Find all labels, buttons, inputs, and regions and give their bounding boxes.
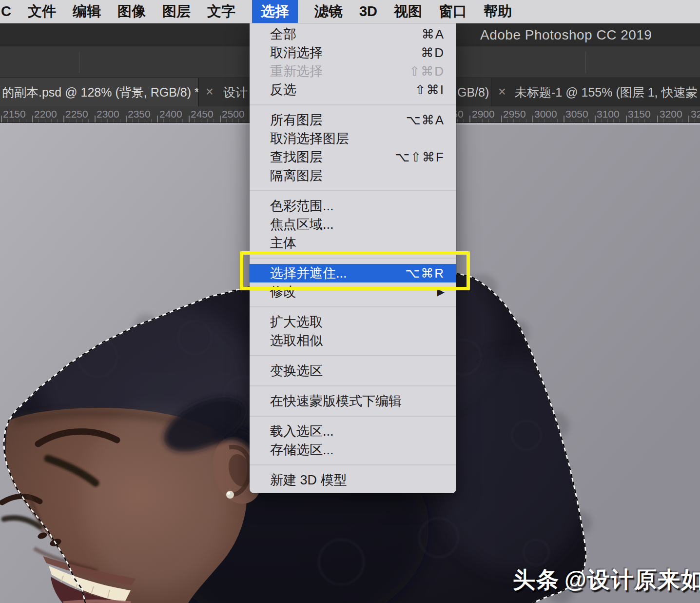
tab-title-right: GB/8)	[457, 78, 489, 106]
menubar-item[interactable]: 窗口	[439, 0, 467, 23]
ruler-mark-label: 2950	[503, 108, 526, 120]
ruler-mark-label: 3150	[628, 108, 651, 120]
ruler-mark-label: 2350	[128, 108, 151, 120]
menu-item[interactable]: 在快速蒙版模式下编辑	[250, 392, 456, 410]
tab-close-icon[interactable]: ×	[498, 78, 506, 106]
menu-item[interactable]	[250, 190, 456, 191]
tab-document-3[interactable]: × 未标题-1 @ 155% (图层 1, 快速蒙	[491, 78, 700, 106]
menu-item[interactable]: 取消选择 ⌘D	[250, 43, 456, 62]
menu-item[interactable]	[250, 104, 456, 105]
annotation-highlight-box	[240, 251, 470, 290]
ruler-mark-label: 2150	[3, 108, 26, 120]
menubar-item[interactable]: 视图	[394, 0, 422, 23]
tab-title: 设计	[223, 78, 248, 106]
menubar-item[interactable]: 编辑	[73, 0, 101, 23]
menubar-item[interactable]: 选择	[252, 0, 298, 23]
menubar-item[interactable]: 3D	[359, 0, 377, 23]
menubar-item[interactable]: C	[1, 0, 11, 23]
watermark-handle: @设计原来如此	[564, 567, 700, 592]
options-divider	[79, 51, 79, 73]
menu-item[interactable]: 所有图层 ⌥⌘A	[250, 111, 456, 129]
tab-title: 未标题-1 @ 155% (图层 1, 快速蒙	[515, 78, 698, 106]
menu-item[interactable]: 重新选择 ⇧⌘D	[250, 62, 456, 80]
ruler-mark-label: 2200	[34, 108, 57, 120]
menubar-item[interactable]: 文字	[207, 0, 235, 23]
menu-item[interactable]	[250, 355, 456, 356]
ruler-mark-label: 3200	[660, 108, 682, 120]
ruler-mark-label: 2500	[222, 108, 245, 120]
menu-item[interactable]: 色彩范围...	[250, 197, 456, 215]
watermark: 头条@设计原来如此	[513, 565, 700, 595]
menu-item[interactable]: 存储选区...	[250, 441, 456, 459]
tab-document-1[interactable]: 的副本.psd @ 128% (背景, RGB/8) *	[0, 78, 199, 106]
tab-close-icon[interactable]: ×	[206, 78, 214, 106]
ruler-mark-label: 2250	[65, 108, 88, 120]
menu-item[interactable]	[250, 306, 456, 307]
menu-item[interactable]: 载入选区...	[250, 422, 456, 441]
ruler-mark-label: 3100	[597, 108, 620, 120]
photoshop-window: 头条@设计原来如此 Adobe Photoshop CC 2019 羽化: 0 …	[0, 0, 700, 603]
app-title: Adobe Photoshop CC 2019	[480, 23, 652, 46]
menu-item[interactable]: 查找图层 ⌥⇧⌘F	[250, 148, 456, 166]
options-divider	[585, 51, 586, 73]
ruler-mark-label: 3050	[565, 108, 588, 120]
menu-item[interactable]	[250, 416, 456, 417]
menu-item[interactable]: 隔离图层	[250, 166, 456, 185]
watermark-badge: 头条	[513, 567, 560, 592]
ruler-mark-label: 2300	[97, 108, 119, 120]
menu-item[interactable]: 选取相似	[250, 331, 456, 350]
menu-item[interactable]: 变换选区	[250, 362, 456, 380]
menubar-item[interactable]: 滤镜	[314, 0, 343, 23]
ruler-mark-label: 2450	[191, 108, 214, 120]
menu-item[interactable]	[250, 385, 456, 386]
ruler-mark-label: 3250	[691, 108, 700, 120]
tab-title: 的副本.psd @ 128% (背景, RGB/8) *	[2, 78, 199, 106]
menu-item[interactable]: 焦点区域...	[250, 215, 456, 234]
menubar-item[interactable]: 图像	[117, 0, 146, 23]
menu-item[interactable]: 取消选择图层	[250, 129, 456, 148]
menubar-item[interactable]: 图层	[162, 0, 191, 23]
menu-item[interactable]: 扩大选取	[250, 313, 456, 331]
menu-item[interactable]: 反选 ⇧⌘I	[250, 80, 456, 99]
menubar-item[interactable]: 帮助	[484, 0, 512, 23]
ruler-mark-label: 3000	[534, 108, 557, 120]
menu-item[interactable]: 主体	[250, 234, 456, 252]
ruler-mark-label: 2400	[159, 108, 182, 120]
ruler-mark-label: 2900	[472, 108, 495, 120]
menubar-item[interactable]: 文件	[28, 0, 56, 23]
menu-item[interactable]	[250, 464, 456, 465]
menu-item[interactable]: 新建 3D 模型	[250, 471, 456, 489]
menu-bar: C文件编辑图像图层文字选择滤镜3D视图窗口帮助	[0, 0, 700, 23]
menu-item[interactable]: 全部 ⌘A	[250, 25, 456, 43]
